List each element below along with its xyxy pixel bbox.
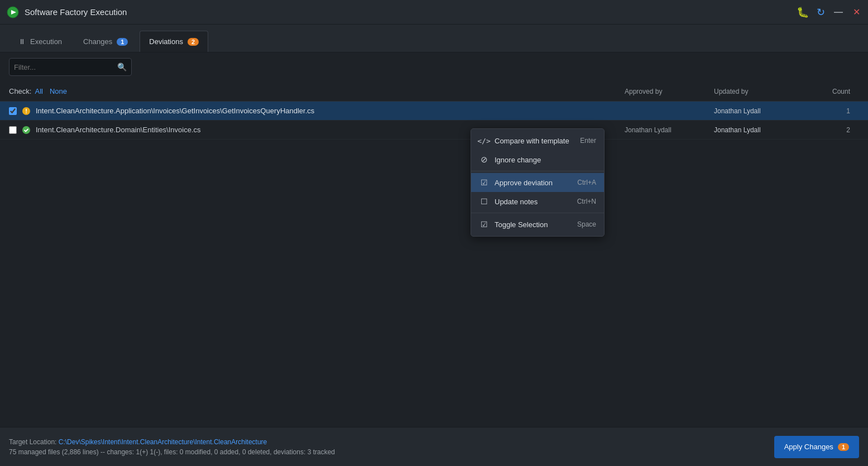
ctx-compare-shortcut: Enter bbox=[580, 137, 596, 145]
row2-updated: Jonathan Lydall bbox=[714, 126, 803, 134]
row1-status-icon: ! bbox=[21, 106, 31, 116]
ctx-compare-label: Compare with template bbox=[495, 137, 574, 145]
row2-status-icon bbox=[21, 125, 31, 135]
deviations-tab-label: Deviations bbox=[149, 37, 183, 46]
target-path: C:\Dev\Spikes\Intent\Intent.CleanArchite… bbox=[59, 438, 267, 446]
app-logo bbox=[7, 6, 19, 18]
check-all-link[interactable]: All bbox=[35, 87, 42, 95]
ctx-approve[interactable]: ☑ Approve deviation Ctrl+A bbox=[471, 173, 604, 192]
filter-input[interactable] bbox=[14, 63, 117, 71]
search-icon[interactable]: 🔍 bbox=[117, 63, 127, 71]
ignore-icon: ⊘ bbox=[479, 155, 489, 165]
changes-tab-label: Changes bbox=[83, 37, 112, 46]
row1-label: Intent.CleanArchitecture.Application\Inv… bbox=[36, 107, 625, 115]
svg-text:!: ! bbox=[25, 108, 27, 114]
filterbar: 🔍 bbox=[0, 52, 868, 81]
tab-deviations[interactable]: Deviations 2 bbox=[140, 31, 208, 52]
ctx-divider2 bbox=[471, 213, 604, 213]
tab-changes[interactable]: Changes 1 bbox=[74, 31, 137, 52]
row2-checkbox[interactable] bbox=[9, 126, 17, 134]
tabbar: ⏸ Execution Changes 1 Deviations 2 bbox=[0, 25, 868, 52]
table-body: ! Intent.CleanArchitecture.Application\I… bbox=[0, 102, 868, 140]
check-none-link[interactable]: None bbox=[50, 87, 67, 95]
deviations-tab-badge: 2 bbox=[188, 38, 199, 46]
notes-icon: ☐ bbox=[479, 196, 489, 206]
ctx-approve-shortcut: Ctrl+A bbox=[577, 179, 596, 186]
titlebar: Software Factory Execution 🐛 ↻ — ✕ bbox=[0, 0, 868, 25]
compare-icon: </> bbox=[479, 136, 489, 146]
status-stats: 75 managed files (2,886 lines) -- change… bbox=[9, 448, 335, 456]
execution-tab-label: Execution bbox=[30, 37, 62, 46]
ctx-toggle[interactable]: ☑ Toggle Selection Space bbox=[471, 215, 604, 234]
close-icon[interactable]: ✕ bbox=[851, 7, 861, 17]
filter-input-wrap: 🔍 bbox=[9, 58, 132, 76]
titlebar-controls: 🐛 ↻ — ✕ bbox=[798, 7, 861, 17]
row2-count: 2 bbox=[803, 126, 859, 134]
row2-approved: Jonathan Lydall bbox=[625, 126, 714, 134]
apply-btn-badge: 1 bbox=[838, 443, 849, 451]
ctx-toggle-label: Toggle Selection bbox=[495, 220, 572, 229]
tab-execution[interactable]: ⏸ Execution bbox=[9, 31, 71, 52]
statusbar: Target Location: C:\Dev\Spikes\Intent\In… bbox=[0, 427, 868, 466]
bug-icon[interactable]: 🐛 bbox=[798, 7, 808, 17]
apply-changes-button[interactable]: Apply Changes 1 bbox=[774, 436, 859, 458]
ctx-notes-shortcut: Ctrl+N bbox=[577, 198, 596, 205]
status-text: Target Location: C:\Dev\Spikes\Intent\In… bbox=[9, 437, 774, 457]
apply-btn-label: Apply Changes bbox=[784, 443, 833, 451]
svg-point-4 bbox=[22, 126, 30, 134]
table-row[interactable]: Intent.CleanArchitecture.Domain\Entities… bbox=[0, 121, 868, 140]
approve-icon: ☑ bbox=[479, 177, 489, 188]
ctx-notes[interactable]: ☐ Update notes Ctrl+N bbox=[471, 192, 604, 211]
col-header-approved: Approved by bbox=[625, 88, 714, 95]
minimize-icon[interactable]: — bbox=[833, 7, 843, 17]
ctx-compare[interactable]: </> Compare with template Enter bbox=[471, 131, 604, 150]
row1-checkbox[interactable] bbox=[9, 107, 17, 115]
toggle-icon: ☑ bbox=[479, 219, 489, 229]
check-all-controls: Check: All None bbox=[9, 87, 67, 95]
app-title: Software Factory Execution bbox=[25, 7, 798, 17]
table-row[interactable]: ! Intent.CleanArchitecture.Application\I… bbox=[0, 102, 868, 121]
execution-tab-icon: ⏸ bbox=[18, 37, 26, 46]
check-label: Check: bbox=[9, 87, 31, 95]
row1-count: 1 bbox=[803, 107, 859, 115]
row1-updated: Jonathan Lydall bbox=[714, 107, 803, 115]
col-header-updated: Updated by bbox=[714, 88, 803, 95]
ctx-divider bbox=[471, 171, 604, 171]
ctx-notes-label: Update notes bbox=[495, 198, 572, 206]
ctx-toggle-shortcut: Space bbox=[577, 220, 596, 228]
changes-tab-badge: 1 bbox=[117, 38, 128, 46]
ctx-ignore[interactable]: ⊘ Ignore change bbox=[471, 150, 604, 169]
context-menu: </> Compare with template Enter ⊘ Ignore… bbox=[471, 128, 605, 237]
refresh-icon[interactable]: ↻ bbox=[816, 7, 826, 17]
ctx-approve-label: Approve deviation bbox=[495, 179, 572, 187]
target-label: Target Location: bbox=[9, 438, 56, 446]
ctx-ignore-label: Ignore change bbox=[495, 156, 591, 164]
col-header-count: Count bbox=[803, 88, 859, 95]
column-headers: Check: All None Approved by Updated by C… bbox=[0, 81, 868, 102]
